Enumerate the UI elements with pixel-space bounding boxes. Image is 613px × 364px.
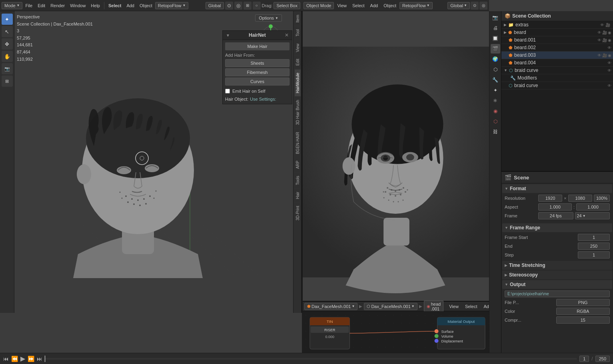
node-select-btn[interactable]: Select [463, 303, 480, 310]
timeline-end-icon[interactable]: ⏭ [37, 356, 42, 362]
options-button[interactable]: Options ▼ [255, 14, 282, 22]
props-icon-data[interactable]: ⬡ [491, 117, 500, 126]
tab-view[interactable]: View [295, 40, 301, 56]
outliner-item-beard004[interactable]: ⬟ beard.004 👁 [501, 59, 613, 67]
tab-item[interactable]: Item [295, 11, 301, 26]
node-mat-selector[interactable]: ◉ head .001 [424, 300, 443, 312]
aspect-x-field[interactable]: 1.000 [538, 203, 572, 211]
props-icon-world[interactable]: 🌍 [491, 54, 500, 64]
rt-retopoflow-btn[interactable]: RetopoFlow▼ [399, 2, 433, 9]
aspect-y-field[interactable]: 1.000 [576, 203, 610, 211]
props-icon-particles[interactable]: ✦ [491, 86, 500, 95]
props-icon-modifiers[interactable]: 🔧 [491, 75, 500, 85]
time-stretching-header[interactable]: ▶ Time Stretching [502, 261, 612, 270]
compress-value[interactable]: 15 [556, 316, 610, 324]
mode-menu[interactable]: Mode▼ [2, 2, 22, 9]
props-icon-physics[interactable]: ⚛ [491, 96, 500, 105]
timeline-prev-icon[interactable]: ⏪ [11, 356, 18, 362]
overlay-icon[interactable]: ⊞ [244, 2, 252, 10]
frame-end-field[interactable]: 250 [578, 243, 610, 250]
rt-object-mode-btn[interactable]: Object Mode [304, 2, 334, 9]
props-icon-output[interactable]: 🖨 [491, 23, 500, 33]
camera-tool-icon[interactable]: 📷 [2, 63, 13, 74]
output-path-field[interactable]: E:\projects\pixelhair\me [505, 290, 610, 297]
resolution-pct-field[interactable]: 100% [594, 195, 610, 202]
rt-icon-2[interactable]: ◎ [479, 2, 487, 10]
menu-window[interactable]: Window [68, 2, 88, 9]
outliner-item-extras[interactable]: ▶ 📁 extras 👁 🎥 [501, 21, 613, 29]
outliner-item-beard001[interactable]: ⬟ beard.001 👁 🎥 ◉ [501, 36, 613, 44]
shading-icon[interactable]: ○ [253, 2, 261, 10]
file-path-value[interactable]: PNG [556, 299, 610, 306]
menu-select-left[interactable]: Select [106, 2, 124, 9]
rt-select-btn[interactable]: Select [350, 2, 367, 9]
beard003-render[interactable]: ◉ [608, 53, 611, 58]
beard001-cam[interactable]: 🎥 [602, 38, 607, 42]
tab-tools[interactable]: Tools [295, 172, 301, 188]
props-icon-constrs[interactable]: ⛓ [491, 127, 500, 137]
curves-button[interactable]: Curves [225, 78, 290, 86]
beard003-cam[interactable]: 🎥 [602, 53, 607, 58]
grid-tool-icon[interactable]: ⊞ [2, 76, 13, 87]
color-value[interactable]: RGBA [556, 308, 610, 315]
format-header[interactable]: ▼ Format [502, 184, 612, 193]
hand-icon[interactable]: ✋ [2, 51, 13, 62]
props-icon-scene[interactable]: 🎬 [491, 44, 500, 54]
extras-eye-icon[interactable]: 👁 [600, 23, 604, 27]
outliner-item-braidcurve2[interactable]: ⬡ braid curve 👁 [501, 82, 613, 90]
tab-tool[interactable]: Tool [295, 26, 301, 40]
make-hair-button[interactable]: Make Hair [225, 42, 290, 50]
beard002-eye[interactable]: 👁 [607, 46, 611, 50]
tab-edit[interactable]: Edit [295, 55, 301, 69]
menu-help[interactable]: Help [88, 2, 102, 9]
emit-hair-checkbox[interactable] [225, 89, 230, 93]
global-btn[interactable]: Global [206, 2, 224, 9]
menu-retopoflow[interactable]: RetopoFlow▼ [155, 2, 189, 9]
extras-cam-icon[interactable]: 🎥 [605, 23, 610, 27]
tab-3dprint[interactable]: 3D-Print [295, 202, 301, 224]
tab-arp[interactable]: ARP [295, 157, 301, 172]
rt-view-btn[interactable]: View [335, 2, 349, 9]
rt-object-btn[interactable]: Object [381, 2, 399, 9]
tab-bgenhair[interactable]: BGEN-HAIR [295, 128, 301, 157]
props-icon-render[interactable]: 📷 [491, 13, 500, 22]
node-view-btn[interactable]: View [447, 303, 461, 310]
beard-render[interactable]: ◉ [608, 30, 611, 35]
beard001-eye[interactable]: 👁 [597, 38, 601, 42]
props-icon-obj[interactable]: ⬡ [491, 65, 500, 74]
tab-hair[interactable]: Hair [295, 188, 301, 202]
viewport-divider[interactable] [301, 11, 303, 313]
hairnet-header[interactable]: ▼ HairNet ✕ [223, 31, 292, 40]
sheets-button[interactable]: Sheets [225, 59, 290, 67]
beard001-render[interactable]: ◉ [608, 38, 611, 42]
frame-counter[interactable]: 1 [579, 356, 589, 362]
beard-eye[interactable]: 👁 [597, 30, 601, 35]
braidcurve1-eye[interactable]: 👁 [607, 68, 611, 73]
resolution-y-field[interactable]: 1080 [568, 195, 592, 202]
timeline-next-icon[interactable]: ⏩ [28, 356, 34, 362]
rt-global-btn[interactable]: Global▼ [447, 2, 470, 9]
frame-start-field[interactable]: 1 [578, 234, 610, 241]
proportional-icon[interactable]: ◎ [234, 2, 242, 10]
props-icon-mat[interactable]: ◉ [491, 106, 500, 116]
menu-render[interactable]: Render [48, 2, 67, 9]
rt-add-btn[interactable]: Add [368, 2, 381, 9]
outliner-item-braidcurve1[interactable]: ▼ ⬡ braid curve 👁 [501, 67, 613, 74]
timeline-play-icon[interactable]: ▶ [20, 355, 25, 362]
beard-cam[interactable]: 🎥 [602, 30, 607, 35]
select-box-btn[interactable]: Select Box [274, 2, 300, 9]
outliner-item-beard002[interactable]: ⬟ beard.002 👁 [501, 44, 613, 52]
frame-rate-select[interactable]: 24▼ [575, 212, 610, 219]
rt-icon-1[interactable]: ⊙ [471, 2, 479, 10]
timeline-start-icon[interactable]: ⏮ [3, 356, 9, 362]
outliner-item-beard003[interactable]: ⬟ beard.003 👁 🎥 ◉ [501, 52, 613, 59]
menu-file[interactable]: File [23, 2, 35, 9]
outliner-item-beard[interactable]: ▶ ⬟ beard 👁 🎥 ◉ [501, 29, 613, 36]
stereoscopy-header[interactable]: ▶ Stereoscopy [502, 271, 612, 279]
resolution-x-field[interactable]: 1920 [538, 195, 562, 202]
node-object-selector[interactable]: ⬟ Dax_FaceMesh.001 ▼ [304, 303, 357, 310]
node-mesh-selector[interactable]: ⬡ Dax_FaceMesh.001 ▼ [364, 303, 417, 310]
hairnet-close-icon[interactable]: ✕ [285, 32, 289, 38]
menu-add[interactable]: Add [124, 2, 137, 9]
outliner-item-modifiers[interactable]: 🔧 Modifiers [501, 74, 613, 82]
